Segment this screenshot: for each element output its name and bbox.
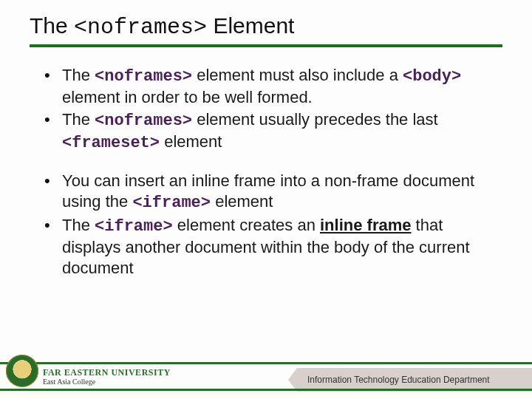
text-run: element creates an xyxy=(173,216,320,234)
text-run: element xyxy=(160,132,222,151)
footer-rule-top xyxy=(0,362,532,364)
bullet-item: The <noframes> element usually precedes … xyxy=(44,109,497,154)
bullet-item: The <iframe> element creates an inline f… xyxy=(44,215,497,279)
department-name: Information Technology Education Departm… xyxy=(307,375,490,385)
text-run: element usually precedes the last xyxy=(192,110,438,129)
code-token: <noframes> xyxy=(95,112,192,130)
title-area: The <noframes> Element xyxy=(0,0,532,40)
slide: The <noframes> Element The <noframes> el… xyxy=(0,0,532,399)
university-block: FAR EASTERN UNIVERSITY East Asia College xyxy=(43,365,171,389)
bullet-item: You can insert an inline frame into a no… xyxy=(44,171,497,214)
bullet-item: The <noframes> element must also include… xyxy=(44,65,497,108)
code-token: <frameset> xyxy=(62,134,160,152)
text-run: element in order to be well formed. xyxy=(62,88,313,106)
text-run: The xyxy=(62,110,95,129)
group-gap xyxy=(44,156,497,171)
emphasis: inline frame xyxy=(320,216,411,234)
footer: FAR EASTERN UNIVERSITY East Asia College… xyxy=(0,362,532,395)
footer-rule-bottom xyxy=(0,389,532,391)
university-seal-icon xyxy=(6,355,38,387)
code-token: <iframe> xyxy=(95,217,173,236)
slide-title: The <noframes> Element xyxy=(30,13,502,40)
title-pre: The xyxy=(30,13,74,38)
bullet-group-2: You can insert an inline frame into a no… xyxy=(44,171,497,279)
body-area: The <noframes> element must also include… xyxy=(0,47,532,279)
title-post: Element xyxy=(207,13,294,38)
university-name: FAR EASTERN UNIVERSITY xyxy=(43,368,171,377)
text-run: The xyxy=(62,66,95,84)
bullet-group-1: The <noframes> element must also include… xyxy=(44,65,497,154)
code-token: <body> xyxy=(403,67,461,86)
text-run: element xyxy=(211,192,273,211)
title-code: <noframes> xyxy=(74,15,207,40)
code-token: <iframe> xyxy=(132,194,211,212)
code-token: <noframes> xyxy=(95,67,192,86)
college-name: East Asia College xyxy=(43,378,171,386)
text-run: element must also include a xyxy=(192,66,403,84)
footer-row: FAR EASTERN UNIVERSITY East Asia College… xyxy=(0,365,532,389)
text-run: The xyxy=(62,216,95,234)
